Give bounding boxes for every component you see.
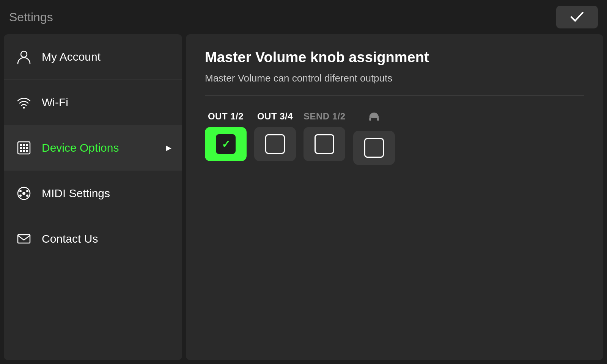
svg-point-13 [22, 192, 25, 195]
content-description: Master Volume can control diferent outpu… [205, 72, 584, 84]
header: Settings [0, 0, 607, 34]
svg-point-1 [23, 107, 25, 108]
option-headphones-label [368, 111, 380, 126]
svg-rect-9 [20, 150, 22, 152]
svg-rect-6 [20, 147, 22, 149]
checkbox-inner-headphones [364, 138, 384, 158]
device-icon [14, 138, 33, 157]
svg-rect-4 [23, 144, 25, 146]
page-title: Settings [9, 10, 53, 24]
svg-point-16 [19, 195, 22, 197]
sidebar-item-wifi[interactable]: Wi-Fi [4, 80, 182, 125]
svg-rect-7 [23, 147, 25, 149]
svg-rect-11 [26, 150, 28, 152]
option-headphones-checkbox[interactable] [353, 131, 395, 165]
check-icon: ✓ [222, 138, 230, 151]
user-icon [14, 47, 33, 66]
checkbox-inner: ✓ [216, 134, 236, 154]
checkbox-inner-send-12 [315, 134, 334, 154]
sidebar-item-wifi-label: Wi-Fi [42, 96, 68, 109]
svg-rect-8 [26, 147, 28, 149]
option-out-12-checkbox[interactable]: ✓ [205, 127, 247, 161]
svg-point-15 [26, 190, 28, 192]
sidebar: My Account Wi-Fi [4, 34, 182, 360]
option-out-34-label: OUT 3/4 [257, 111, 293, 122]
headphones-icon [368, 111, 380, 126]
checkbox-inner-out-34 [265, 134, 285, 154]
content-title: Master Volume knob assignment [205, 49, 584, 66]
sidebar-item-midi-settings-label: MIDI Settings [42, 187, 110, 200]
sidebar-item-midi-settings[interactable]: MIDI Settings [4, 171, 182, 216]
svg-rect-20 [377, 118, 379, 121]
svg-point-0 [21, 51, 27, 57]
checkmark-icon [571, 12, 583, 22]
midi-icon [14, 184, 33, 203]
mail-icon [14, 229, 33, 248]
sidebar-item-contact-us-label: Contact Us [42, 232, 98, 245]
option-out-34: OUT 3/4 [254, 111, 296, 161]
svg-rect-5 [26, 144, 28, 146]
option-send-12-checkbox[interactable] [304, 127, 345, 161]
sidebar-item-device-options-label: Device Options [42, 141, 119, 154]
option-send-12-label: SEND 1/2 [304, 111, 346, 122]
svg-rect-3 [20, 144, 22, 146]
chevron-right-icon: ▶ [166, 144, 171, 152]
sidebar-item-contact-us[interactable]: Contact Us [4, 216, 182, 262]
option-out-12-label: OUT 1/2 [208, 111, 244, 122]
content-panel: Master Volume knob assignment Master Vol… [186, 34, 603, 360]
svg-point-17 [26, 195, 28, 197]
options-row: OUT 1/2 ✓ OUT 3/4 SEND 1/2 [205, 111, 584, 165]
svg-rect-19 [369, 118, 371, 121]
sidebar-item-my-account-label: My Account [42, 50, 101, 63]
option-out-12: OUT 1/2 ✓ [205, 111, 247, 161]
option-headphones [353, 111, 395, 165]
option-send-12: SEND 1/2 [304, 111, 346, 161]
divider [205, 96, 584, 96]
option-out-34-checkbox[interactable] [254, 127, 296, 161]
svg-point-14 [19, 190, 22, 192]
main-content: My Account Wi-Fi [0, 34, 607, 364]
sidebar-item-device-options[interactable]: Device Options ▶ [4, 125, 182, 171]
svg-rect-18 [18, 235, 30, 243]
wifi-icon [14, 93, 33, 112]
confirm-button[interactable] [556, 6, 598, 28]
sidebar-item-my-account[interactable]: My Account [4, 34, 182, 80]
svg-rect-10 [23, 150, 25, 152]
